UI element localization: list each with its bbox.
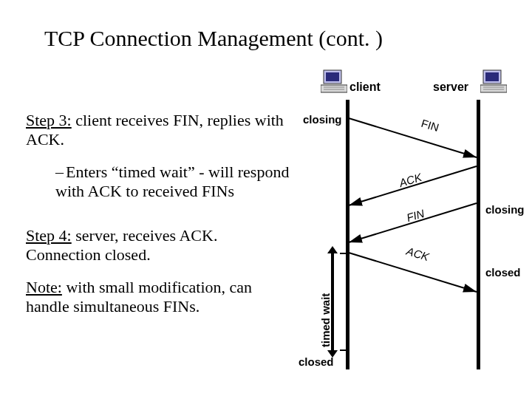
note-lead: Note:: [26, 278, 62, 296]
step3-sub-text: Enters “timed wait” - will respond with …: [55, 163, 289, 200]
sequence-diagram: client server closing closing closed clo…: [281, 70, 517, 381]
timed-wait-tick-top: [340, 253, 347, 254]
server-state-closed: closed: [485, 266, 521, 279]
step3-block: Step 3: client receives FIN, replies wit…: [26, 111, 292, 149]
timed-wait-tick-bottom: [340, 349, 347, 351]
timed-wait-label: timed wait: [319, 293, 332, 347]
step3-sub: –Enters “timed wait” - will respond with…: [55, 163, 292, 201]
slide-title: TCP Connection Management (cont. ): [44, 26, 383, 51]
client-state-closing: closing: [303, 113, 342, 126]
svg-line-10: [349, 118, 477, 157]
step4-lead: Step 4:: [26, 226, 72, 245]
body-text: Step 3: client receives FIN, replies wit…: [26, 111, 292, 316]
step4-block: Step 4: server, receives ACK. Connection…: [26, 226, 292, 265]
server-state-closing: closing: [485, 203, 525, 216]
step3-lead: Step 3:: [26, 111, 72, 129]
bullet-dash: –: [55, 163, 66, 182]
note-block: Note: with small modification, can handl…: [26, 278, 292, 316]
